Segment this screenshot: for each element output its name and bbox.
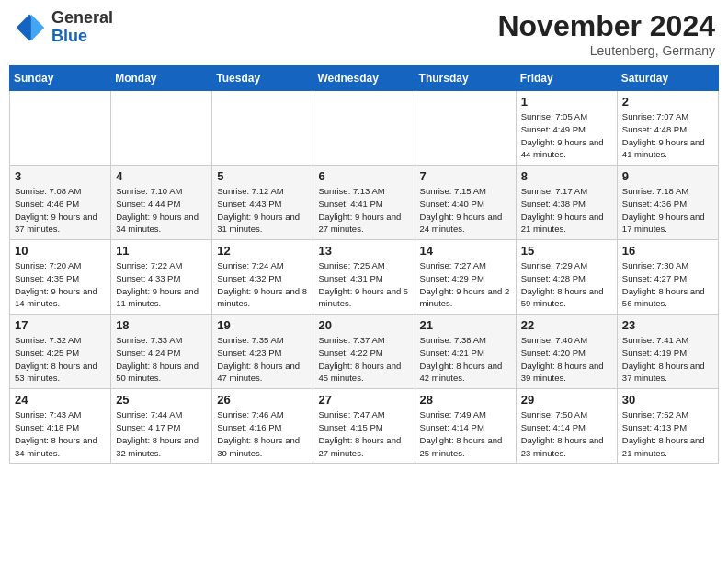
day-number: 30 [622,393,713,407]
day-number: 14 [420,244,511,258]
day-info: Sunrise: 7:22 AM Sunset: 4:33 PM Dayligh… [116,259,207,310]
header: General Blue November 2024 Leutenberg, G… [9,9,719,58]
weekday-header-thursday: Thursday [415,66,516,91]
day-number: 25 [116,393,207,407]
day-number: 29 [521,393,612,407]
week-row-3: 10Sunrise: 7:20 AM Sunset: 4:35 PM Dayli… [10,240,719,315]
day-info: Sunrise: 7:44 AM Sunset: 4:17 PM Dayligh… [116,408,207,459]
day-info: Sunrise: 7:24 AM Sunset: 4:32 PM Dayligh… [217,259,308,310]
day-info: Sunrise: 7:32 AM Sunset: 4:25 PM Dayligh… [15,334,106,385]
week-row-1: 1Sunrise: 7:05 AM Sunset: 4:49 PM Daylig… [10,91,719,166]
calendar-header-row: SundayMondayTuesdayWednesdayThursdayFrid… [10,66,719,91]
location: Leutenberg, Germany [497,43,715,58]
day-cell: 8Sunrise: 7:17 AM Sunset: 4:38 PM Daylig… [516,166,617,240]
day-info: Sunrise: 7:30 AM Sunset: 4:27 PM Dayligh… [622,259,713,310]
logo: General Blue [13,9,113,46]
weekday-header-sunday: Sunday [10,66,111,91]
svg-marker-1 [31,14,44,40]
day-info: Sunrise: 7:50 AM Sunset: 4:14 PM Dayligh… [521,408,612,459]
day-cell: 22Sunrise: 7:40 AM Sunset: 4:20 PM Dayli… [516,315,617,389]
day-cell [111,91,212,166]
day-number: 15 [521,244,612,258]
day-cell: 2Sunrise: 7:07 AM Sunset: 4:48 PM Daylig… [617,91,718,166]
day-cell: 17Sunrise: 7:32 AM Sunset: 4:25 PM Dayli… [10,315,111,389]
day-number: 23 [622,318,713,332]
logo-general: General [51,9,113,28]
day-cell: 4Sunrise: 7:10 AM Sunset: 4:44 PM Daylig… [111,166,212,240]
day-cell: 19Sunrise: 7:35 AM Sunset: 4:23 PM Dayli… [212,315,313,389]
day-number: 3 [15,169,106,183]
month-year: November 2024 [497,9,715,43]
day-info: Sunrise: 7:10 AM Sunset: 4:44 PM Dayligh… [116,185,207,236]
day-cell: 29Sunrise: 7:50 AM Sunset: 4:14 PM Dayli… [516,389,617,464]
day-number: 6 [318,169,409,183]
day-cell: 6Sunrise: 7:13 AM Sunset: 4:41 PM Daylig… [313,166,415,240]
day-cell: 14Sunrise: 7:27 AM Sunset: 4:29 PM Dayli… [415,240,516,315]
day-cell: 26Sunrise: 7:46 AM Sunset: 4:16 PM Dayli… [212,389,313,464]
day-number: 22 [521,318,612,332]
day-info: Sunrise: 7:52 AM Sunset: 4:13 PM Dayligh… [622,408,713,459]
day-number: 20 [318,318,409,332]
day-cell: 3Sunrise: 7:08 AM Sunset: 4:46 PM Daylig… [10,166,111,240]
day-cell: 25Sunrise: 7:44 AM Sunset: 4:17 PM Dayli… [111,389,212,464]
day-info: Sunrise: 7:20 AM Sunset: 4:35 PM Dayligh… [15,259,106,310]
day-info: Sunrise: 7:13 AM Sunset: 4:41 PM Dayligh… [318,185,409,236]
day-info: Sunrise: 7:17 AM Sunset: 4:38 PM Dayligh… [521,185,612,236]
weekday-header-saturday: Saturday [617,66,718,91]
day-info: Sunrise: 7:46 AM Sunset: 4:16 PM Dayligh… [217,408,308,459]
day-number: 4 [116,169,207,183]
logo-blue: Blue [51,28,113,46]
day-info: Sunrise: 7:05 AM Sunset: 4:49 PM Dayligh… [521,110,612,161]
day-cell: 1Sunrise: 7:05 AM Sunset: 4:49 PM Daylig… [516,91,617,166]
day-number: 21 [420,318,511,332]
day-cell: 13Sunrise: 7:25 AM Sunset: 4:31 PM Dayli… [313,240,415,315]
day-number: 17 [15,318,106,332]
day-info: Sunrise: 7:35 AM Sunset: 4:23 PM Dayligh… [217,334,308,385]
day-cell: 18Sunrise: 7:33 AM Sunset: 4:24 PM Dayli… [111,315,212,389]
logo-icon [13,11,46,44]
day-info: Sunrise: 7:25 AM Sunset: 4:31 PM Dayligh… [318,259,409,310]
day-info: Sunrise: 7:33 AM Sunset: 4:24 PM Dayligh… [116,334,207,385]
day-info: Sunrise: 7:12 AM Sunset: 4:43 PM Dayligh… [217,185,308,236]
day-number: 2 [622,95,713,109]
day-number: 26 [217,393,308,407]
day-info: Sunrise: 7:43 AM Sunset: 4:18 PM Dayligh… [15,408,106,459]
day-cell: 27Sunrise: 7:47 AM Sunset: 4:15 PM Dayli… [313,389,415,464]
day-number: 16 [622,244,713,258]
day-cell: 28Sunrise: 7:49 AM Sunset: 4:14 PM Dayli… [415,389,516,464]
day-cell: 11Sunrise: 7:22 AM Sunset: 4:33 PM Dayli… [111,240,212,315]
day-number: 7 [420,169,511,183]
day-number: 10 [15,244,106,258]
day-info: Sunrise: 7:40 AM Sunset: 4:20 PM Dayligh… [521,334,612,385]
calendar: SundayMondayTuesdayWednesdayThursdayFrid… [9,65,719,464]
day-info: Sunrise: 7:27 AM Sunset: 4:29 PM Dayligh… [420,259,511,310]
day-cell [313,91,415,166]
day-info: Sunrise: 7:29 AM Sunset: 4:28 PM Dayligh… [521,259,612,310]
day-info: Sunrise: 7:08 AM Sunset: 4:46 PM Dayligh… [15,185,106,236]
day-cell: 7Sunrise: 7:15 AM Sunset: 4:40 PM Daylig… [415,166,516,240]
logo-text: General Blue [51,9,113,46]
day-cell: 10Sunrise: 7:20 AM Sunset: 4:35 PM Dayli… [10,240,111,315]
weekday-header-wednesday: Wednesday [313,66,415,91]
day-number: 9 [622,169,713,183]
weekday-header-monday: Monday [111,66,212,91]
day-number: 24 [15,393,106,407]
day-number: 12 [217,244,308,258]
day-info: Sunrise: 7:41 AM Sunset: 4:19 PM Dayligh… [622,334,713,385]
weekday-header-friday: Friday [516,66,617,91]
day-cell [212,91,313,166]
day-cell: 21Sunrise: 7:38 AM Sunset: 4:21 PM Dayli… [415,315,516,389]
day-info: Sunrise: 7:15 AM Sunset: 4:40 PM Dayligh… [420,185,511,236]
week-row-4: 17Sunrise: 7:32 AM Sunset: 4:25 PM Dayli… [10,315,719,389]
day-info: Sunrise: 7:49 AM Sunset: 4:14 PM Dayligh… [420,408,511,459]
day-info: Sunrise: 7:07 AM Sunset: 4:48 PM Dayligh… [622,110,713,161]
day-cell: 24Sunrise: 7:43 AM Sunset: 4:18 PM Dayli… [10,389,111,464]
day-cell: 20Sunrise: 7:37 AM Sunset: 4:22 PM Dayli… [313,315,415,389]
day-cell: 16Sunrise: 7:30 AM Sunset: 4:27 PM Dayli… [617,240,718,315]
day-info: Sunrise: 7:38 AM Sunset: 4:21 PM Dayligh… [420,334,511,385]
day-cell: 30Sunrise: 7:52 AM Sunset: 4:13 PM Dayli… [617,389,718,464]
day-number: 1 [521,95,612,109]
day-cell: 5Sunrise: 7:12 AM Sunset: 4:43 PM Daylig… [212,166,313,240]
day-cell: 12Sunrise: 7:24 AM Sunset: 4:32 PM Dayli… [212,240,313,315]
day-number: 27 [318,393,409,407]
